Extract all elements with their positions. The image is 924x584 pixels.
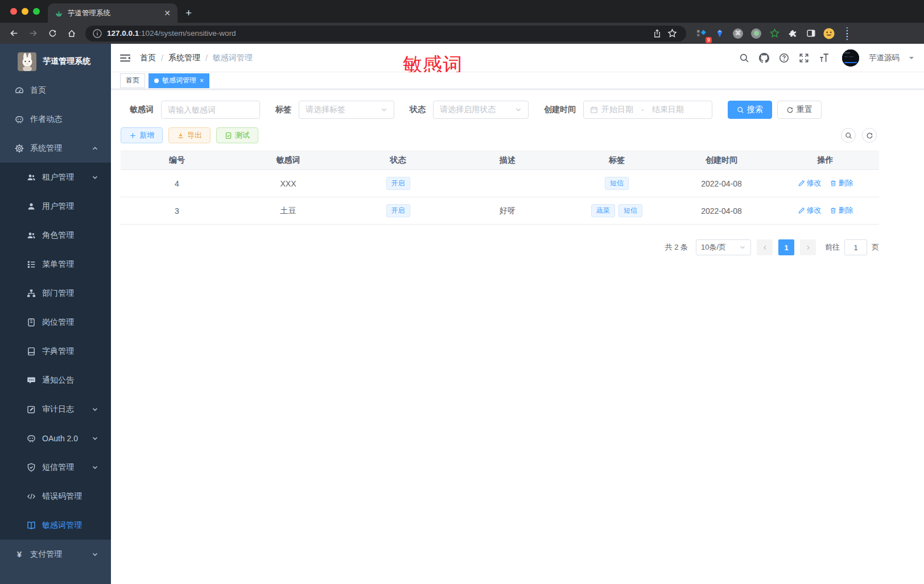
sidebar-item-role[interactable]: 角色管理 bbox=[0, 221, 111, 250]
navbar-actions: 芋道源码 bbox=[739, 49, 914, 67]
sidebar-item-menu[interactable]: 菜单管理 bbox=[0, 250, 111, 279]
sidebar-item-label: 角色管理 bbox=[42, 230, 111, 241]
profile-avatar-icon[interactable] bbox=[822, 26, 836, 41]
next-page-button[interactable] bbox=[800, 239, 816, 255]
sidebar-item-audit[interactable]: 审计日志 bbox=[0, 395, 111, 424]
refresh-table-button[interactable] bbox=[862, 128, 877, 143]
breadcrumb-system[interactable]: 系统管理 bbox=[168, 53, 200, 63]
calendar-icon bbox=[590, 106, 598, 114]
search-button[interactable]: 搜索 bbox=[728, 101, 772, 119]
date-end-placeholder: 结束日期 bbox=[652, 105, 684, 115]
app-logo[interactable]: 芋道管理系统 bbox=[0, 47, 111, 76]
new-tab-button[interactable]: + bbox=[185, 7, 192, 19]
sidebar-item-home[interactable]: 首页 bbox=[0, 76, 111, 105]
export-button[interactable]: 导出 bbox=[168, 127, 211, 143]
browser-tabstrip: 芋道管理系统 ✕ + bbox=[0, 0, 924, 23]
extension-star-icon[interactable] bbox=[767, 26, 782, 41]
sidebar-item-errorcode[interactable]: 错误码管理 bbox=[0, 482, 111, 511]
show-search-button[interactable] bbox=[841, 128, 856, 143]
cell-actions: 修改删除 bbox=[772, 170, 879, 197]
sidebar-item-dept[interactable]: 部门管理 bbox=[0, 279, 111, 308]
caret-down-icon[interactable] bbox=[909, 57, 914, 61]
bookmark-star-icon[interactable] bbox=[665, 26, 679, 41]
extension-gem-icon[interactable] bbox=[712, 26, 727, 41]
share-icon[interactable] bbox=[650, 26, 665, 41]
keyword-input[interactable] bbox=[168, 105, 253, 114]
url-text[interactable]: 127.0.0.1:1024/system/sensitive-word bbox=[107, 29, 650, 38]
sidebar-item-pay[interactable]: ¥ 支付管理 bbox=[0, 540, 111, 569]
tab-home[interactable]: 首页 bbox=[120, 73, 145, 88]
sidebar-item-post[interactable]: 岗位管理 bbox=[0, 308, 111, 337]
home-icon[interactable] bbox=[64, 26, 80, 42]
prev-page-button[interactable] bbox=[757, 239, 773, 255]
date-range-picker[interactable]: 开始日期 - 结束日期 bbox=[583, 101, 712, 119]
gear-icon bbox=[15, 144, 24, 153]
reload-icon[interactable] bbox=[44, 26, 60, 42]
delete-button[interactable]: 删除 bbox=[830, 178, 853, 188]
roles-icon bbox=[27, 231, 36, 240]
cell-tags: 短信 bbox=[562, 170, 671, 197]
extension-command-icon[interactable]: ⌘ bbox=[731, 26, 745, 41]
browser-tab[interactable]: 芋道管理系统 ✕ bbox=[48, 3, 178, 23]
sidebar-item-sensitive-word[interactable]: 敏感词管理 bbox=[0, 511, 111, 540]
user-avatar[interactable] bbox=[842, 49, 859, 67]
status-select[interactable]: 请选择启用状态 bbox=[433, 101, 529, 119]
delete-button[interactable]: 删除 bbox=[830, 205, 853, 216]
tab-close-icon[interactable]: × bbox=[200, 77, 204, 85]
help-icon[interactable] bbox=[779, 53, 789, 63]
side-panel-icon[interactable] bbox=[803, 26, 818, 41]
add-button[interactable]: 新增 bbox=[121, 127, 163, 143]
fullscreen-icon[interactable] bbox=[799, 53, 809, 63]
search-icon bbox=[737, 106, 744, 114]
font-size-icon[interactable] bbox=[819, 53, 829, 63]
back-icon[interactable] bbox=[6, 26, 22, 42]
goto-page-input[interactable] bbox=[844, 239, 867, 255]
sidebar-item-dict[interactable]: 字典管理 bbox=[0, 337, 111, 366]
tab-close-icon[interactable]: ✕ bbox=[164, 9, 171, 18]
username[interactable]: 芋道源码 bbox=[869, 53, 900, 63]
sidebar-item-tenant[interactable]: 租户管理 bbox=[0, 163, 111, 192]
sidebar-item-notice[interactable]: 通知公告 bbox=[0, 366, 111, 395]
close-window-button[interactable] bbox=[10, 8, 17, 15]
forward-icon[interactable] bbox=[25, 26, 41, 42]
browser-chrome: 芋道管理系统 ✕ + 127.0.0.1:1024/system/sensiti… bbox=[0, 0, 924, 44]
table-row: 3 土豆 开启 好呀 蔬菜短信 2022-04-08 修改删除 bbox=[121, 197, 879, 225]
tab-sensitive-word[interactable]: 敏感词管理 × bbox=[148, 73, 209, 88]
sidebar-item-label: 租户管理 bbox=[42, 172, 85, 183]
cell-word: 土豆 bbox=[233, 197, 343, 225]
edit-button[interactable]: 修改 bbox=[798, 205, 822, 216]
github-icon[interactable] bbox=[759, 53, 769, 63]
filter-label: 创建时间 bbox=[544, 105, 576, 115]
url-bar[interactable]: 127.0.0.1:1024/system/sensitive-word bbox=[85, 26, 686, 42]
sidebar-item-oauth[interactable]: OAuth 2.0 bbox=[0, 424, 111, 453]
collapse-sidebar-icon[interactable] bbox=[119, 52, 131, 64]
cell-actions: 修改删除 bbox=[772, 197, 879, 225]
maximize-window-button[interactable] bbox=[33, 8, 40, 15]
sidebar-item-user[interactable]: 用户管理 bbox=[0, 192, 111, 221]
edit-button[interactable]: 修改 bbox=[798, 178, 822, 188]
extensions-puzzle-icon[interactable] bbox=[785, 26, 800, 41]
window-controls[interactable] bbox=[0, 0, 48, 23]
current-page-button[interactable]: 1 bbox=[778, 239, 794, 255]
status-badge: 开启 bbox=[386, 177, 410, 189]
sidebar: 芋道管理系统 首页 作者动态 系统管理 租户管理 用户管理 角色管理 菜单管理 bbox=[0, 44, 111, 584]
sidebar-item-sms[interactable]: 短信管理 bbox=[0, 453, 111, 482]
tag-select[interactable]: 请选择标签 bbox=[299, 101, 394, 119]
goto-label: 前往 bbox=[825, 242, 840, 252]
trash-icon bbox=[830, 207, 837, 214]
site-info-icon[interactable] bbox=[92, 28, 102, 39]
reset-button[interactable]: 重置 bbox=[777, 101, 822, 119]
extension-diamond-icon[interactable]: 9 bbox=[694, 26, 709, 41]
tag-badge: 蔬菜 bbox=[591, 204, 615, 217]
breadcrumb-home[interactable]: 首页 bbox=[140, 53, 156, 63]
extension-record-icon[interactable] bbox=[749, 26, 764, 41]
search-icon[interactable] bbox=[739, 53, 749, 63]
sidebar-item-system[interactable]: 系统管理 bbox=[0, 134, 111, 163]
page-size-select[interactable]: 10条/页 bbox=[696, 239, 751, 255]
minimize-window-button[interactable] bbox=[22, 8, 28, 15]
test-button[interactable]: 测试 bbox=[216, 127, 258, 143]
browser-menu-icon[interactable]: ⋮⋮⋮ bbox=[840, 26, 855, 41]
sidebar-item-label: 菜单管理 bbox=[42, 259, 111, 270]
sidebar-item-author[interactable]: 作者动态 bbox=[0, 105, 111, 134]
pencil-icon bbox=[798, 207, 805, 214]
